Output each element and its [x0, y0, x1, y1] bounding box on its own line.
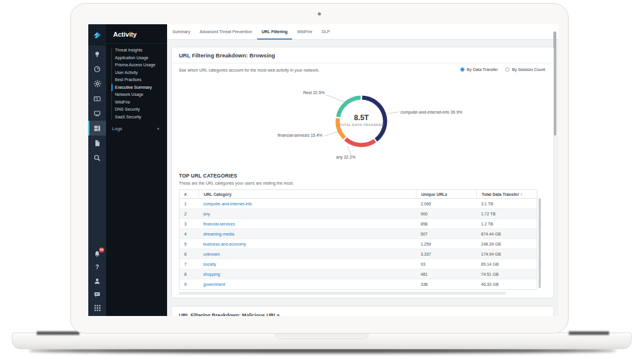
donut-label-rest: Rest 22.5% — [254, 91, 325, 95]
notifications-bell-icon[interactable]: 54 — [88, 247, 106, 260]
table-row: 9government33846.33 GB — [180, 279, 537, 289]
radio-by-session-count[interactable]: By Session Count — [505, 67, 545, 72]
table-horizontal-scrollbar[interactable] — [179, 292, 506, 295]
row-number: 9 — [180, 279, 198, 289]
rail-nav — [88, 47, 106, 165]
url-category-link[interactable]: unknown — [198, 249, 416, 259]
webcam-dot — [318, 12, 321, 15]
settings-gear-icon[interactable] — [88, 76, 106, 91]
user-profile-icon[interactable] — [88, 274, 106, 288]
sidebar-item-wildfire[interactable]: WildFire — [106, 99, 167, 107]
table-vertical-scrollbar[interactable] — [539, 198, 541, 288]
row-number: 3 — [180, 219, 198, 228]
browsing-card-controls: See which URL categories account for the… — [172, 63, 553, 78]
unique-urls-value: 481 — [416, 269, 476, 279]
row-number: 2 — [180, 209, 198, 218]
icon-rail: 54 ? — [88, 24, 106, 316]
hinge-shadow-right — [569, 331, 609, 335]
table-row: 5business-and-economy1,259248.39 GB — [180, 239, 537, 249]
radio-circle-icon — [460, 67, 464, 72]
sidebar-item-best-practices[interactable]: Best Practices — [106, 76, 167, 84]
sidebar-item-dns-security[interactable]: DNS Security — [106, 106, 167, 114]
tab-wildfire[interactable]: WildFire — [292, 24, 317, 40]
app-logo[interactable] — [88, 24, 106, 46]
total-data-transfer-value: 46.33 GB — [476, 279, 537, 289]
row-number: 8 — [180, 269, 198, 279]
table-row: 2any9001.72 TB — [180, 209, 537, 219]
dashboard-gauge-icon[interactable] — [88, 62, 106, 76]
column-header-url-category[interactable]: URL Category — [198, 190, 416, 198]
tab-summary[interactable]: Summary — [168, 24, 195, 40]
tab-bar: SummaryAdvanced Threat PreventionURL Fil… — [167, 24, 559, 40]
total-data-transfer-value: 248.39 GB — [476, 239, 537, 249]
url-category-link[interactable]: government — [198, 279, 416, 289]
unique-urls-value: 507 — [416, 229, 476, 238]
help-question-icon[interactable]: ? — [88, 260, 106, 274]
column-header--[interactable]: # — [180, 190, 198, 198]
tab-dlp[interactable]: DLP — [317, 24, 335, 40]
sidebar-item-prisma-access-usage[interactable]: Prisma Access Usage — [106, 62, 167, 69]
sidebar-item-logs[interactable]: Logs ▼ — [106, 126, 167, 131]
top-url-categories-subheading: These are the URL categories your users … — [179, 181, 294, 185]
donut-slice-any[interactable] — [345, 139, 374, 145]
dashboards-grid-icon[interactable] — [88, 121, 106, 136]
tab-advanced-threat-prevention[interactable]: Advanced Threat Prevention — [195, 24, 257, 40]
app-window: 54 ? Activity Threat Insigh — [88, 24, 559, 316]
url-category-link[interactable]: shopping — [198, 269, 416, 279]
total-data-transfer-value: 174.94 GB — [476, 249, 537, 259]
search-icon[interactable] — [88, 150, 106, 165]
row-number: 7 — [180, 259, 198, 269]
url-category-link[interactable]: financial-services — [198, 219, 416, 228]
table-row: 3financial-services8581.2 TB — [180, 219, 537, 229]
unique-urls-value: 93 — [416, 259, 476, 269]
sidebar-item-threat-insights[interactable]: Threat Insights — [106, 47, 167, 54]
browsing-card: URL Filtering Breakdown: Browsing See wh… — [171, 47, 554, 298]
url-category-link[interactable]: society — [198, 259, 416, 269]
sidebar-item-network-usage[interactable]: Network Usage — [106, 91, 167, 99]
sidebar-title: Activity — [106, 24, 167, 44]
reports-document-icon[interactable] — [88, 136, 106, 150]
laptop-mockup: 54 ? Activity Threat Insigh — [0, 0, 644, 358]
sidebar-item-application-usage[interactable]: Application Usage — [106, 54, 167, 62]
unique-urls-value: 1,259 — [416, 239, 476, 249]
sidebar-menu: Threat InsightsApplication UsagePrisma A… — [106, 47, 167, 121]
radio-by-data-transfer[interactable]: By Data Transfer — [460, 67, 498, 72]
sidebar-item-user-activity[interactable]: User Activity — [106, 69, 167, 77]
total-data-transfer-value: 3.1 TB — [476, 199, 537, 208]
browsing-card-title: URL Filtering Breakdown: Browsing — [172, 47, 553, 63]
table-row: 7society9389.14 GB — [180, 259, 537, 269]
row-number: 5 — [180, 239, 198, 249]
url-category-link[interactable]: streaming-media — [198, 229, 416, 238]
total-data-transfer-value: 874.44 GB — [476, 229, 537, 238]
column-header-unique-urls[interactable]: Unique URLs — [416, 190, 476, 198]
url-category-link[interactable]: any — [198, 209, 416, 218]
laptop-screen: 54 ? Activity Threat Insigh — [70, 3, 569, 334]
donut-slice-financial-services[interactable] — [338, 118, 345, 138]
panels-card-icon[interactable] — [88, 91, 106, 106]
workstation-icon[interactable] — [88, 106, 106, 121]
app-launcher-grid-icon[interactable] — [88, 301, 106, 315]
rail-utility: 54 ? — [88, 247, 106, 315]
sidebar-item-saas-security[interactable]: SaaS Security — [106, 114, 167, 121]
sidebar: Activity Threat InsightsApplication Usag… — [106, 24, 167, 316]
url-category-link[interactable]: business-and-economy — [198, 239, 416, 249]
url-category-link[interactable]: computer-and-internet-info — [198, 199, 416, 208]
sidebar-item-executive-summary[interactable]: Executive Summary — [106, 84, 167, 92]
browsing-card-description: See which URL categories account for the… — [179, 68, 319, 72]
sort-caret-icon: ‹ — [521, 192, 522, 196]
unique-urls-value: 3,337 — [416, 249, 476, 259]
table-row: 1computer-and-internet-info2,0693.1 TB — [180, 199, 537, 209]
donut-label-computer-and-internet-info: computer-and-internet-info 39.9% — [401, 110, 462, 114]
total-data-transfer-value: 74.51 GB — [476, 269, 537, 279]
feedback-chat-icon[interactable] — [88, 288, 106, 301]
tab-url-filtering[interactable]: URL Filtering — [257, 24, 293, 40]
malicious-card: URL Filtering Breakdown: Malicious URLs — [171, 306, 554, 316]
view-radio-group: By Data TransferBy Session Count — [460, 67, 545, 72]
top-url-categories-heading: TOP URL CATEGORIES — [179, 173, 237, 179]
insights-lightbulb-icon[interactable] — [88, 47, 106, 62]
row-number: 1 — [180, 199, 198, 208]
donut-slice-computer-and-internet-info[interactable] — [362, 98, 385, 140]
hinge-shadow-left — [37, 331, 79, 335]
column-header-total-data-transfer[interactable]: Total Data Transfer‹ — [476, 190, 537, 198]
unique-urls-value: 338 — [416, 279, 476, 289]
